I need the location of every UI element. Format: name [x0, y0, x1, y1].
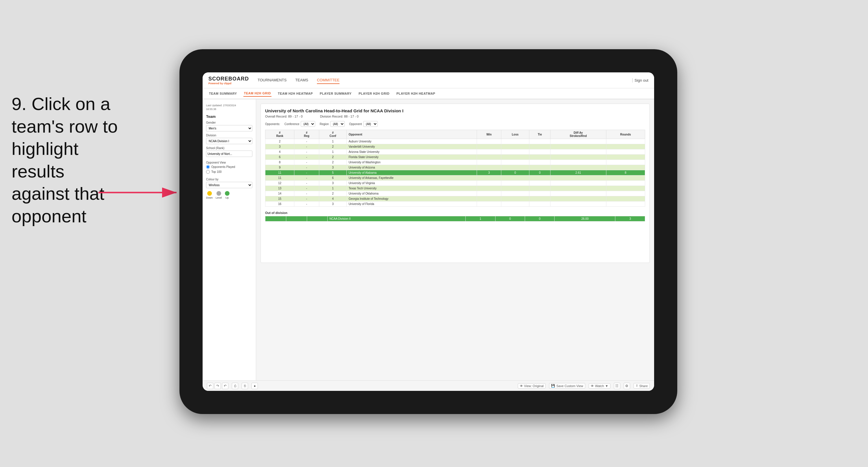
out-of-division: Out of division NCAA Division II 1 — [265, 211, 645, 222]
tab-team-h2h-heatmap[interactable]: TEAM H2H HEATMAP — [277, 91, 313, 96]
cell-loss — [501, 165, 529, 170]
cell-conf: 6 — [319, 175, 347, 181]
cell-diff: 2.61 — [551, 170, 606, 175]
school-input[interactable] — [206, 150, 252, 157]
table-row[interactable]: 9-3University of Arizona — [266, 165, 645, 170]
watch-btn[interactable]: 👁 Watch ▼ — [589, 383, 611, 388]
th-rank: #Rank — [266, 130, 294, 139]
cell-win — [477, 181, 501, 186]
table-row[interactable]: 12-3University of Virginia — [266, 181, 645, 186]
tab-team-h2h-grid[interactable]: TEAM H2H GRID — [243, 90, 272, 97]
table-row[interactable]: 6-2Florida State University — [266, 155, 645, 160]
copy-btn[interactable]: ⎙ — [232, 383, 238, 389]
legend-up-label: Up — [225, 196, 229, 199]
th-opponent: Opponent — [347, 130, 477, 139]
cell-conf: 5 — [319, 170, 347, 175]
cell-diff — [551, 149, 606, 155]
table-row[interactable]: 11-5University of Alabama3002.618 — [266, 170, 645, 175]
tab-player-h2h-heatmap[interactable]: PLAYER H2H HEATMAP — [396, 91, 436, 96]
nav-tournaments[interactable]: TOURNAMENTS — [257, 77, 286, 84]
cell-rounds — [606, 149, 645, 155]
legend-down-dot — [207, 191, 212, 196]
table-row[interactable]: 8-2University of Washington — [266, 160, 645, 165]
table-row[interactable]: 4-1Arizona State University — [266, 149, 645, 155]
cell-loss — [501, 181, 529, 186]
clock-btn[interactable]: ● — [251, 383, 258, 389]
table-row[interactable]: 16-3University of Florida — [266, 202, 645, 207]
cell-rounds — [606, 196, 645, 202]
table-row[interactable]: 11-6University of Arkansas, Fayetteville — [266, 175, 645, 181]
save-custom-btn[interactable]: 💾 Save Custom View — [549, 383, 585, 388]
undo2-btn[interactable]: ↶ — [222, 383, 228, 389]
out-of-division-table: NCAA Division II 1 0 0 26.00 3 — [265, 216, 645, 222]
cell-rounds — [606, 186, 645, 191]
colour-by-label: Colour by — [206, 178, 252, 181]
watch-icon: 👁 — [591, 384, 594, 388]
legend-down: Down — [206, 191, 213, 199]
division-select[interactable]: NCAA Division I — [206, 138, 252, 144]
radio-top100[interactable]: Top 100 — [206, 170, 252, 174]
cell-rank: 3 — [266, 144, 294, 149]
conference-filter-select[interactable]: (All) — [301, 121, 315, 127]
th-tie: Tie — [529, 130, 551, 139]
table-row[interactable]: 2-1Auburn University — [266, 139, 645, 144]
cell-opponent: Georgia Institute of Technology — [347, 196, 477, 202]
share-btn[interactable]: ⇧ Share — [633, 383, 650, 388]
sidebar: Last Updated: 27/03/2024 16:55:38 Team G… — [203, 99, 256, 380]
tablet-screen: SCOREBOARD Powered by clippd TOURNAMENTS… — [203, 72, 654, 391]
nav-committee[interactable]: COMMITTEE — [317, 77, 340, 84]
cell-loss: 0 — [501, 170, 529, 175]
table-row[interactable]: 15-4Georgia Institute of Technology — [266, 196, 645, 202]
table-row[interactable]: 13-1Texas Tech University — [266, 186, 645, 191]
cell-win — [477, 144, 501, 149]
tab-player-h2h-grid[interactable]: PLAYER H2H GRID — [358, 91, 390, 96]
nav-teams[interactable]: TEAMS — [295, 77, 308, 84]
cell-tie — [529, 191, 551, 196]
division-record: Division Record: 88 - 17 - 0 — [320, 115, 359, 118]
cell-opponent: Vanderbilt University — [347, 144, 477, 149]
ood-rank — [266, 216, 286, 222]
colour-by-section: Colour by Win/loss — [206, 178, 252, 188]
sidebar-team-label: Team — [206, 114, 252, 119]
cell-diff — [551, 160, 606, 165]
region-filter-select[interactable]: (All) — [330, 121, 345, 127]
tab-player-summary[interactable]: PLAYER SUMMARY — [319, 91, 352, 96]
cell-loss — [501, 191, 529, 196]
cell-rank: 11 — [266, 170, 294, 175]
cell-loss — [501, 155, 529, 160]
sign-out[interactable]: Sign out — [634, 78, 648, 83]
cell-opponent: University of Florida — [347, 202, 477, 207]
redo-btn[interactable]: ↷ — [214, 383, 221, 389]
gender-select[interactable]: Men's — [206, 125, 252, 132]
cell-reg: - — [294, 181, 319, 186]
cell-opponent: University of Oklahoma — [347, 191, 477, 196]
tab-team-summary[interactable]: TEAM SUMMARY — [208, 91, 238, 96]
table-row[interactable]: NCAA Division II 1 0 0 26.00 3 — [266, 216, 645, 222]
main-content: Last Updated: 27/03/2024 16:55:38 Team G… — [203, 99, 654, 380]
opponent-filter-select[interactable]: (All) — [363, 121, 378, 127]
cell-reg: - — [294, 202, 319, 207]
table-row[interactable]: 14-2University of Oklahoma — [266, 191, 645, 196]
cell-conf: 3 — [319, 202, 347, 207]
table-row[interactable]: 3-2Vanderbilt University — [266, 144, 645, 149]
cell-tie — [529, 181, 551, 186]
paste-btn[interactable]: ⎘ — [242, 383, 248, 389]
colour-by-select[interactable]: Win/loss — [206, 182, 252, 188]
cell-tie — [529, 186, 551, 191]
cell-diff — [551, 181, 606, 186]
instruction-text: 9. Click on a team's row to highlight re… — [11, 93, 122, 227]
opponent-view-section: Opponent View Opponents Played Top 100 — [206, 161, 252, 174]
layout-btn[interactable]: ☷ — [614, 383, 620, 389]
settings-btn[interactable]: ⚙ — [624, 383, 630, 389]
undo-btn[interactable]: ↶ — [207, 383, 213, 389]
cell-opponent: University of Alabama — [347, 170, 477, 175]
cell-reg: - — [294, 139, 319, 144]
cell-reg: - — [294, 196, 319, 202]
cell-rank: 14 — [266, 191, 294, 196]
view-original-btn[interactable]: 👁 View: Original — [518, 383, 546, 388]
legend-level: Level — [216, 191, 222, 199]
th-diff: Diff AvStrokes/Rnd — [551, 130, 606, 139]
radio-opponents-played[interactable]: Opponents Played — [206, 165, 252, 169]
cell-win — [477, 191, 501, 196]
cell-opponent: Auburn University — [347, 139, 477, 144]
